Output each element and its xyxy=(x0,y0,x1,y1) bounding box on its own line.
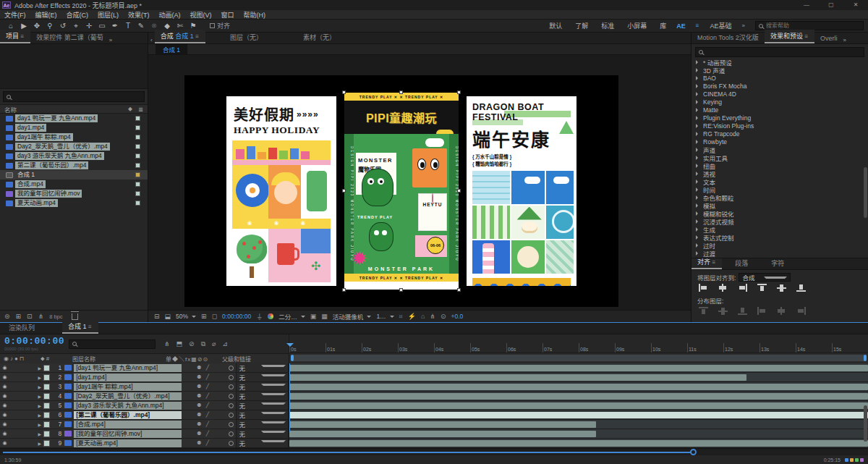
layer-name[interactable]: [我的童年回忆闹钟.mov] xyxy=(74,430,182,438)
project-item-row[interactable]: Day2_翠天鹅_雪儿（优秀）.mp4 xyxy=(0,142,148,151)
tool-icon[interactable]: ⌖ xyxy=(69,20,82,32)
layer-label-swatch[interactable] xyxy=(43,374,50,381)
always-preview-icon[interactable]: ⊟ xyxy=(154,313,160,320)
layer-switches[interactable]: ⚉╱ xyxy=(182,374,229,380)
menu-item[interactable]: 窗口 xyxy=(221,10,234,20)
parent-value[interactable]: 无 xyxy=(239,439,259,447)
project-item-row[interactable]: 夏天动画.mp4 xyxy=(0,198,148,208)
layer-visibility-toggle[interactable]: ◉ xyxy=(0,412,9,418)
effect-category-row[interactable]: 表达式控制 xyxy=(692,234,868,242)
poster-happy-holiday[interactable]: 美好假期»»»» HAPPY HOLIDAY xyxy=(226,96,336,286)
effect-category-row[interactable]: 模拟 xyxy=(692,202,868,210)
layer-label-swatch[interactable] xyxy=(43,431,50,437)
layer-label-swatch[interactable] xyxy=(43,440,50,447)
parent-value[interactable]: 无 xyxy=(239,392,259,400)
timeline-layer-row[interactable]: ◉ ▶ 2 [day1.mp4] ⚉╱ 无 xyxy=(0,373,868,382)
label-swatch[interactable] xyxy=(135,163,140,168)
tool-icon[interactable]: T xyxy=(122,20,135,32)
parent-link-cell[interactable]: 无 xyxy=(229,400,289,410)
draft-3d-icon[interactable]: ⬒ xyxy=(176,340,183,348)
tab-project[interactable]: 项目 ≡ xyxy=(0,30,30,43)
pick-whip-icon[interactable] xyxy=(229,394,234,399)
timeline-layer-row[interactable]: ◉ ▶ 6 [第二课（葡萄乐园）.mp4] ⚉╱ 无 xyxy=(0,410,868,420)
layer-label-swatch[interactable] xyxy=(43,393,50,400)
layer-name[interactable]: [day1 鸭玩一夏 九鱼Ann.mp4] xyxy=(74,364,182,372)
label-column-icon[interactable]: ⬥ xyxy=(128,105,132,113)
parent-link-cell[interactable]: 无 xyxy=(229,429,289,439)
layer-twirl-icon[interactable]: ▶ xyxy=(38,441,44,446)
twirl-icon[interactable] xyxy=(696,187,700,192)
project-item-row[interactable]: 合成 1 xyxy=(0,170,148,180)
grid-guides-icon[interactable]: ⊞ xyxy=(201,313,207,320)
minimize-button[interactable]: — xyxy=(794,0,819,10)
tab-effect-controls[interactable]: 效果控件 第二课（葡萄 xyxy=(30,31,109,43)
timeline-jump-icon[interactable]: ⌂ xyxy=(421,313,425,320)
twirl-icon[interactable] xyxy=(696,116,700,120)
effect-category-row[interactable]: 生成 xyxy=(692,226,868,234)
layer-switches[interactable]: ⚉╱ xyxy=(182,365,229,371)
help-search-input[interactable] xyxy=(766,22,846,29)
mask-visibility-icon[interactable]: ◻ xyxy=(212,313,217,320)
timeline-layer-row[interactable]: ◉ ▶ 5 [day3 游乐翠天鹅 九鱼Ann.mp4] ⚉╱ 无 xyxy=(0,401,868,410)
flowchart-jump-icon[interactable]: ⋔ xyxy=(430,313,435,320)
pick-whip-icon[interactable] xyxy=(229,431,234,436)
delete-icon[interactable] xyxy=(72,313,78,320)
layer-visibility-toggle[interactable]: ◉ xyxy=(0,384,9,389)
tab-timeline-comp[interactable]: 合成 1 ≡ xyxy=(62,320,98,334)
layer-track[interactable] xyxy=(289,363,868,372)
effect-category-row[interactable]: BAO xyxy=(692,75,868,83)
work-area-bar[interactable] xyxy=(289,353,868,363)
selection-handle[interactable] xyxy=(457,189,461,193)
twirl-icon[interactable] xyxy=(696,148,700,152)
project-column-header[interactable]: 名称 ⬥ ≣ xyxy=(0,104,148,114)
layer-duration-bar[interactable] xyxy=(289,421,596,428)
snapshot-icon[interactable]: ⏚ xyxy=(256,312,263,321)
parent-link-cell[interactable]: 无 xyxy=(229,372,289,382)
composition-frame[interactable]: 美好假期»»»» HAPPY HOLIDAY xyxy=(184,75,618,307)
scrollbar-track[interactable] xyxy=(3,452,694,453)
selection-handle[interactable] xyxy=(399,288,403,292)
twirl-icon[interactable] xyxy=(696,195,700,200)
layer-track[interactable] xyxy=(289,429,868,438)
column-name[interactable]: 名称 xyxy=(4,105,17,114)
project-search-box[interactable] xyxy=(3,91,145,102)
twirl-icon[interactable] xyxy=(696,76,700,80)
layer-track[interactable] xyxy=(289,373,868,381)
selection-handle[interactable] xyxy=(342,90,346,94)
distribute-left-icon[interactable] xyxy=(757,307,767,315)
parent-value[interactable]: 无 xyxy=(239,373,259,381)
tab-footage-viewer[interactable]: 素材（无） xyxy=(297,31,341,43)
menu-item[interactable]: 动画(A) xyxy=(159,10,181,20)
resolution-dropdown[interactable]: 二分… xyxy=(278,312,305,321)
align-to-dropdown[interactable]: 合成 xyxy=(739,273,791,282)
main-viewer-icon[interactable]: ⬓ xyxy=(165,313,171,320)
tab-paragraph[interactable]: 段落 xyxy=(729,257,754,269)
fast-previews-icon[interactable]: ⚡ xyxy=(408,313,416,320)
layer-track[interactable] xyxy=(289,420,868,429)
composition-canvas[interactable]: 美好假期»»»» HAPPY HOLIDAY xyxy=(148,55,691,310)
timeline-layer-row[interactable]: ◉ ▶ 7 [合成.mp4] ⚉╱ 无 xyxy=(0,420,868,429)
effect-category-row[interactable]: 模糊和锐化 xyxy=(692,210,868,218)
tool-icon[interactable]: ✥ xyxy=(30,20,43,32)
twirl-icon[interactable] xyxy=(696,203,700,208)
layer-label-swatch[interactable] xyxy=(43,365,50,371)
selection-handle[interactable] xyxy=(457,288,461,292)
distribute-bottom-icon[interactable] xyxy=(738,307,747,315)
layer-duration-bar[interactable] xyxy=(289,365,868,371)
workspace-item[interactable]: 标准 xyxy=(601,21,614,30)
magnification-dropdown[interactable]: 50% xyxy=(176,313,196,320)
tool-icon[interactable]: ✒ xyxy=(109,20,122,32)
switches-column[interactable]: 单◆＼fx▦⊘⊙ xyxy=(166,355,222,363)
layer-label-swatch[interactable] xyxy=(43,412,50,418)
workspace-ae-basic[interactable]: AE基础 xyxy=(710,21,732,30)
menu-item[interactable]: 编辑(E) xyxy=(35,10,57,20)
twirl-icon[interactable] xyxy=(696,243,700,248)
tool-icon[interactable]: ✛ xyxy=(82,20,95,32)
layer-duration-bar[interactable] xyxy=(289,402,868,409)
label-swatch[interactable] xyxy=(135,172,140,177)
effect-category-row[interactable]: Boris FX Mocha xyxy=(692,83,868,90)
label-swatch[interactable] xyxy=(135,125,140,130)
parent-value[interactable]: 无 xyxy=(239,382,259,391)
label-swatch[interactable] xyxy=(135,135,140,140)
layer-visibility-toggle[interactable]: ◉ xyxy=(0,365,9,371)
